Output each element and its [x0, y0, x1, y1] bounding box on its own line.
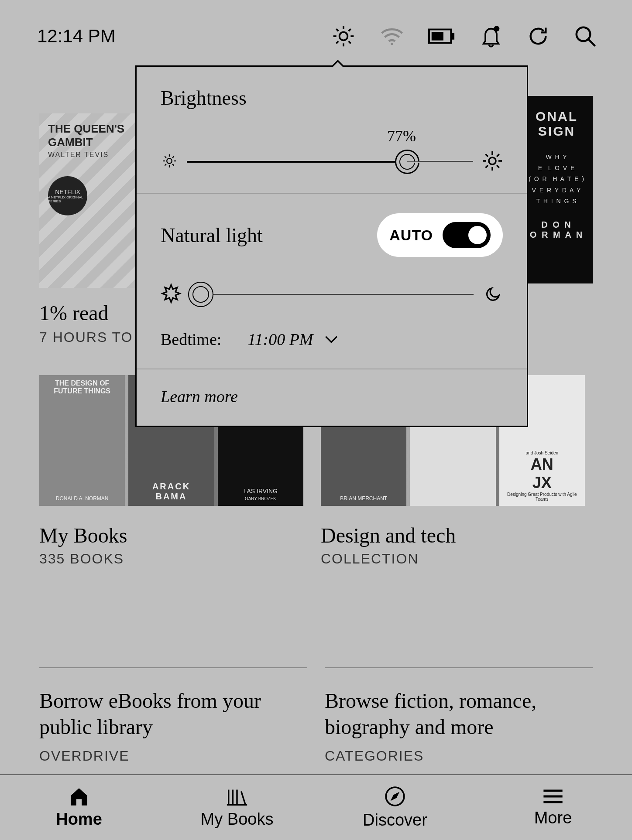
auto-toggle[interactable]	[443, 222, 491, 248]
brightness-section: Brightness 77%	[137, 67, 527, 194]
svg-point-13	[494, 26, 499, 31]
notification-bell-icon[interactable]	[479, 24, 503, 48]
home-icon	[68, 786, 90, 806]
clock-time: 12:14 PM	[37, 26, 116, 47]
natural-light-slider-thumb[interactable]	[188, 282, 213, 307]
svg-rect-12	[432, 32, 443, 40]
svg-point-0	[340, 32, 348, 41]
svg-line-31	[165, 156, 166, 158]
tile-sub: CATEGORIES	[325, 748, 593, 764]
bedtime-label: Bedtime:	[161, 330, 221, 349]
svg-point-26	[167, 158, 172, 164]
svg-marker-44	[162, 285, 180, 302]
svg-point-14	[577, 27, 591, 41]
bedtime-value[interactable]: 11:00 PM	[247, 330, 338, 349]
bottom-nav: Home My Books Discover More	[0, 774, 632, 840]
tile-sub: COLLECTION	[321, 551, 585, 567]
status-bar: 12:14 PM	[0, 0, 632, 66]
svg-line-41	[497, 165, 499, 168]
tile-sub: OVERDRIVE	[39, 748, 307, 764]
natural-light-title: Natural light	[161, 224, 263, 247]
brightness-icon[interactable]	[331, 24, 356, 48]
tile-title: Browse fiction, romance, biography and m…	[325, 688, 593, 740]
sync-icon[interactable]	[527, 25, 550, 48]
tile-categories[interactable]: Browse fiction, romance, biography and m…	[325, 667, 593, 764]
tile-overdrive[interactable]: Borrow eBooks from your public library O…	[39, 667, 307, 764]
menu-icon	[542, 788, 564, 805]
moon-icon	[484, 284, 503, 304]
brightness-low-icon	[161, 152, 178, 171]
svg-line-5	[336, 29, 338, 31]
svg-line-8	[349, 29, 351, 31]
svg-line-34	[172, 156, 174, 158]
nav-home[interactable]: Home	[0, 775, 158, 840]
books-icon	[225, 786, 249, 806]
nav-more[interactable]: More	[474, 775, 632, 840]
brightness-high-icon	[482, 150, 503, 173]
svg-line-6	[349, 41, 351, 44]
auto-label: AUTO	[389, 227, 433, 244]
svg-marker-22	[392, 794, 398, 799]
svg-line-42	[485, 165, 488, 168]
wifi-icon[interactable]	[380, 27, 404, 46]
brightness-slider[interactable]	[161, 150, 503, 173]
bedtime-row[interactable]: Bedtime: 11:00 PM	[161, 330, 503, 349]
book-cover-emotional-design[interactable]: ONALSIGN W H YE L O V E( O R H A T E )V …	[521, 96, 593, 283]
nav-my-books[interactable]: My Books	[158, 775, 316, 840]
learn-more-link[interactable]: Learn more	[137, 369, 527, 426]
svg-line-40	[485, 154, 488, 157]
tile-sub: 335 BOOKS	[39, 551, 303, 567]
svg-line-7	[336, 41, 338, 44]
brightness-popup: Brightness 77% Natural light AUTO	[135, 65, 528, 427]
brightness-value-label: 77%	[300, 127, 503, 145]
nav-discover[interactable]: Discover	[316, 775, 474, 840]
svg-line-32	[172, 164, 174, 166]
compass-icon	[384, 785, 406, 807]
natural-light-section: Natural light AUTO Bedtime: 11:00 PM	[137, 194, 527, 369]
battery-icon[interactable]	[428, 27, 455, 45]
brightness-title: Brightness	[161, 86, 503, 109]
svg-rect-11	[452, 33, 454, 40]
sun-outline-icon	[161, 283, 182, 306]
svg-point-9	[391, 43, 393, 45]
svg-line-43	[497, 154, 499, 157]
status-icons	[331, 24, 597, 48]
svg-point-35	[489, 157, 496, 164]
toggle-knob	[467, 225, 488, 246]
tiles-lower: Borrow eBooks from your public library O…	[0, 667, 632, 764]
tile-title: My Books	[39, 523, 303, 547]
tile-title: Borrow eBooks from your public library	[39, 688, 307, 740]
search-icon[interactable]	[574, 24, 597, 48]
svg-line-15	[588, 39, 595, 46]
tile-title: Design and tech	[321, 523, 585, 547]
auto-toggle-pill[interactable]: AUTO	[377, 213, 503, 257]
brightness-slider-thumb[interactable]	[395, 150, 419, 174]
natural-light-slider[interactable]	[161, 283, 503, 306]
svg-line-33	[165, 164, 166, 166]
chevron-down-icon	[324, 335, 338, 344]
svg-line-19	[241, 791, 246, 805]
